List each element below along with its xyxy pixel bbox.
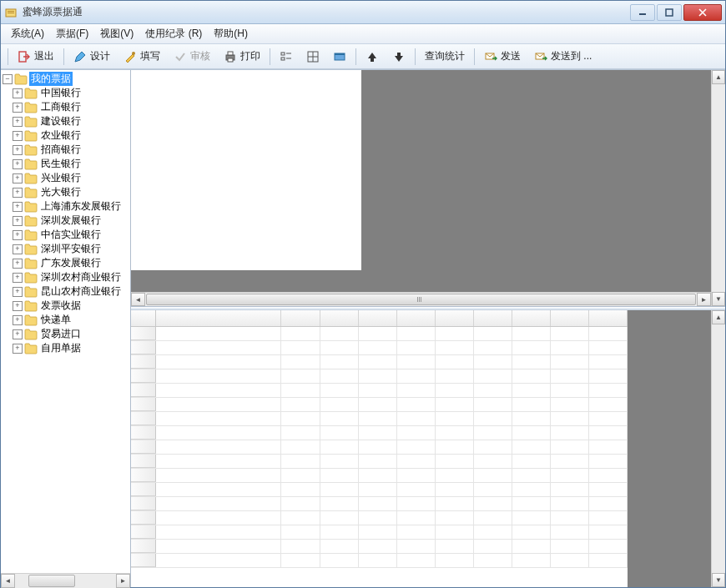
grid-cell[interactable]: [551, 327, 589, 340]
row-header[interactable]: [131, 483, 156, 496]
grid-cell[interactable]: [551, 412, 589, 425]
grid-col-header[interactable]: [397, 310, 436, 326]
grid-cell[interactable]: [281, 398, 320, 411]
tree-item[interactable]: +民生银行: [13, 157, 130, 171]
table-row[interactable]: [131, 412, 628, 426]
row-header[interactable]: [131, 554, 156, 567]
expander-icon[interactable]: +: [13, 329, 23, 339]
row-header[interactable]: [131, 540, 156, 553]
expander-icon[interactable]: +: [13, 173, 23, 183]
tree-item[interactable]: +快递单: [13, 313, 130, 327]
grid-cell[interactable]: [281, 554, 320, 567]
grid-cell[interactable]: [436, 355, 474, 369]
row-header[interactable]: [131, 327, 156, 340]
grid-cell[interactable]: [397, 440, 436, 454]
tree-item[interactable]: +昆山农村商业银行: [13, 284, 130, 299]
grid-col-header[interactable]: [359, 310, 397, 326]
grid-cell[interactable]: [589, 384, 628, 397]
grid-cell[interactable]: [281, 327, 320, 340]
row-header[interactable]: [131, 440, 156, 454]
grid-cell[interactable]: [474, 369, 512, 383]
grid-cell[interactable]: [436, 497, 474, 510]
grid-cell[interactable]: [359, 440, 397, 454]
tree-item[interactable]: +自用单据: [13, 341, 130, 355]
grid-cell[interactable]: [551, 369, 589, 383]
grid-cell[interactable]: [474, 483, 512, 496]
table-row[interactable]: [131, 398, 628, 412]
grid-cell[interactable]: [512, 525, 551, 539]
scroll-track[interactable]: [15, 574, 116, 588]
scroll-thumb[interactable]: [28, 575, 75, 587]
grid-cell[interactable]: [359, 497, 397, 510]
scroll-left-icon[interactable]: ◄: [1, 574, 15, 588]
grid-cell[interactable]: [551, 469, 589, 482]
grid-cell[interactable]: [551, 355, 589, 369]
grid-cell[interactable]: [551, 497, 589, 510]
grid-cell[interactable]: [512, 440, 551, 454]
table-row[interactable]: [131, 355, 628, 369]
grid-cell[interactable]: [512, 398, 551, 411]
tree-item[interactable]: +农业银行: [13, 128, 130, 143]
expander-icon[interactable]: +: [13, 88, 23, 98]
view-list-button[interactable]: [274, 48, 299, 66]
grid-cell[interactable]: [474, 455, 512, 468]
grid-cell[interactable]: [320, 440, 359, 454]
scroll-track[interactable]: [145, 293, 697, 306]
grid-cell[interactable]: [474, 511, 512, 525]
grid-cell[interactable]: [320, 412, 359, 425]
grid-cell[interactable]: [156, 497, 281, 510]
scroll-right-icon[interactable]: ►: [697, 293, 711, 306]
grid-col-header[interactable]: [474, 310, 512, 326]
tree-root[interactable]: −我的票据: [3, 72, 130, 86]
tree-item[interactable]: +工商银行: [13, 100, 130, 114]
grid-cell[interactable]: [359, 525, 397, 539]
expander-icon[interactable]: +: [13, 188, 23, 198]
menu-help[interactable]: 帮助(H): [209, 25, 253, 43]
grid-cell[interactable]: [589, 540, 628, 553]
grid-cell[interactable]: [359, 426, 397, 440]
grid-cell[interactable]: [512, 327, 551, 340]
scroll-down-icon[interactable]: ▼: [712, 292, 725, 306]
tree-item[interactable]: +深圳农村商业银行: [13, 270, 130, 284]
grid-cell[interactable]: [281, 341, 320, 354]
view-form-button[interactable]: [327, 48, 352, 66]
grid-body[interactable]: [131, 327, 628, 587]
grid-cell[interactable]: [320, 469, 359, 482]
grid-cell[interactable]: [397, 398, 436, 411]
grid-cell[interactable]: [359, 369, 397, 383]
grid-cell[interactable]: [156, 398, 281, 411]
tree-item[interactable]: +中信实业银行: [13, 228, 130, 242]
table-row[interactable]: [131, 369, 628, 384]
grid-cell[interactable]: [156, 511, 281, 525]
grid-cell[interactable]: [281, 455, 320, 468]
grid-cell[interactable]: [512, 483, 551, 496]
grid-cell[interactable]: [397, 540, 436, 553]
grid-cell[interactable]: [474, 341, 512, 354]
table-row[interactable]: [131, 455, 628, 469]
grid-cell[interactable]: [320, 355, 359, 369]
expander-icon[interactable]: +: [13, 117, 23, 127]
expander-icon[interactable]: +: [13, 159, 23, 169]
query-button[interactable]: 查询统计: [419, 47, 471, 66]
expander-icon[interactable]: −: [3, 74, 13, 84]
grid-cell[interactable]: [281, 540, 320, 553]
grid-cell[interactable]: [551, 511, 589, 525]
move-up-button[interactable]: [360, 48, 385, 66]
grid-cell[interactable]: [397, 483, 436, 496]
grid-cell[interactable]: [156, 384, 281, 397]
grid-cell[interactable]: [436, 554, 474, 567]
grid-cell[interactable]: [474, 540, 512, 553]
grid-col-header[interactable]: [281, 310, 320, 326]
grid-cell[interactable]: [156, 327, 281, 340]
row-header[interactable]: [131, 355, 156, 369]
grid-cell[interactable]: [436, 384, 474, 397]
grid-cell[interactable]: [359, 341, 397, 354]
grid-cell[interactable]: [320, 497, 359, 510]
grid-cell[interactable]: [156, 341, 281, 354]
grid-cell[interactable]: [436, 511, 474, 525]
row-header[interactable]: [131, 426, 156, 440]
grid-cell[interactable]: [397, 455, 436, 468]
row-header[interactable]: [131, 469, 156, 482]
grid-cell[interactable]: [320, 455, 359, 468]
grid-cell[interactable]: [359, 469, 397, 482]
